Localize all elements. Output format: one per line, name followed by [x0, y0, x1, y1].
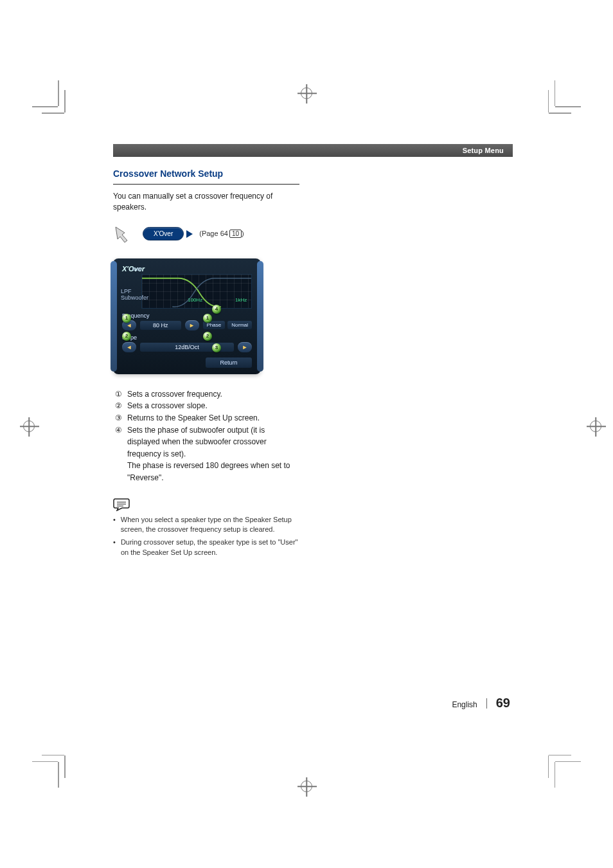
row-frequency: Frequency: [122, 312, 252, 319]
note-text: During crossover setup, the speaker type…: [121, 538, 299, 558]
callout-2-right: 2: [203, 332, 212, 341]
page-ref-box: 10: [229, 230, 242, 238]
note-text: When you select a speaker type on the Sp…: [121, 515, 299, 536]
page-ref-prefix: (Page 64: [199, 230, 228, 237]
crossover-graph: [141, 274, 252, 309]
callout-1-left: 1: [122, 314, 131, 323]
crop-mark-top-right: [542, 80, 581, 119]
slope-increase-button[interactable]: ►: [238, 342, 252, 352]
legend-row: ③Returns to the Speaker Set Up screen.: [113, 412, 299, 424]
legend-continuation: The phase is reversed 180 degrees when s…: [127, 460, 299, 484]
freq-increase-button[interactable]: ►: [185, 320, 199, 330]
note-row: •When you select a speaker type on the S…: [113, 515, 299, 536]
slope-decrease-button[interactable]: ◄: [122, 342, 136, 352]
return-button[interactable]: Return: [206, 357, 252, 368]
freq-value: 80 Hz: [140, 321, 181, 330]
phase-group: Phase Normal: [203, 321, 252, 329]
legend-row: ①Sets a crossover frequency.: [113, 388, 299, 401]
note-row: •During crossover setup, the speaker typ…: [113, 538, 299, 558]
legend-num: ①: [113, 388, 123, 401]
legend-row: ④Sets the phase of subwoofer output (it …: [113, 424, 299, 460]
chapter-label: Setup Menu: [463, 147, 504, 154]
footer-separator: [486, 698, 487, 709]
bullet-icon: •: [113, 515, 116, 536]
footer-lang: English: [452, 700, 477, 709]
callout-1-right: 1: [203, 314, 212, 323]
chip-tail-icon: [186, 230, 193, 238]
device-screen: X'Over 0dB LPF Subwoofer 100Hz 1kHz Freq…: [113, 258, 261, 374]
legend-text: Returns to the Speaker Set Up screen.: [127, 412, 299, 424]
cursor-icon: [113, 225, 136, 243]
crop-mark-top-left: [32, 80, 71, 119]
page-ref: (Page 6410): [199, 230, 244, 238]
legend-text: Sets a crossover frequency.: [127, 388, 299, 401]
row-frequency-controls: ◄ 80 Hz ► Phase Normal: [122, 320, 252, 330]
crop-mark-bottom-right: [542, 749, 581, 788]
nav-hint: X'Over (Page 6410): [113, 225, 299, 243]
intro-text: You can manually set a crossover frequen…: [113, 191, 299, 213]
label-1khz: 1kHz: [235, 297, 247, 303]
label-subwoofer: Subwoofer: [121, 294, 148, 301]
legend-num: ③: [113, 412, 123, 424]
legend-text: Sets the phase of subwoofer output (it i…: [127, 424, 299, 460]
label-0db: 0dB: [132, 266, 141, 272]
device-accent-left: [111, 261, 117, 372]
legend-num: ②: [113, 400, 123, 412]
notes: •When you select a speaker type on the S…: [113, 515, 299, 559]
legend-row: ②Sets a crossover slope.: [113, 400, 299, 412]
label-lpf: LPF: [121, 288, 132, 294]
row-slope-controls: ◄ 12dB/Oct ►: [122, 342, 252, 352]
page-footer: English 69: [452, 696, 510, 710]
legend-text: Sets a crossover slope.: [127, 400, 299, 412]
callout-3: 3: [212, 343, 221, 352]
chapter-header: Setup Menu: [113, 144, 513, 157]
bullet-icon: •: [113, 538, 116, 558]
note-icon: [113, 497, 130, 511]
content-column: Crossover Network Setup You can manually…: [113, 166, 299, 561]
row-slope: Slope: [122, 334, 252, 341]
nav-chip: X'Over: [143, 227, 184, 240]
label-100hz: 100Hz: [188, 297, 202, 303]
phase-value: Normal: [227, 321, 252, 329]
crop-mark-bottom-left: [32, 749, 71, 788]
callout-2-left: 2: [122, 332, 131, 341]
page-ref-suffix: ): [242, 230, 244, 237]
legend: ①Sets a crossover frequency. ②Sets a cro…: [113, 388, 299, 484]
device-title: X'Over: [122, 265, 256, 273]
device-accent-right: [257, 261, 263, 372]
footer-page-number: 69: [496, 696, 510, 710]
callout-4: 4: [212, 305, 221, 314]
legend-num: ④: [113, 424, 123, 460]
section-title: Crossover Network Setup: [113, 166, 299, 185]
